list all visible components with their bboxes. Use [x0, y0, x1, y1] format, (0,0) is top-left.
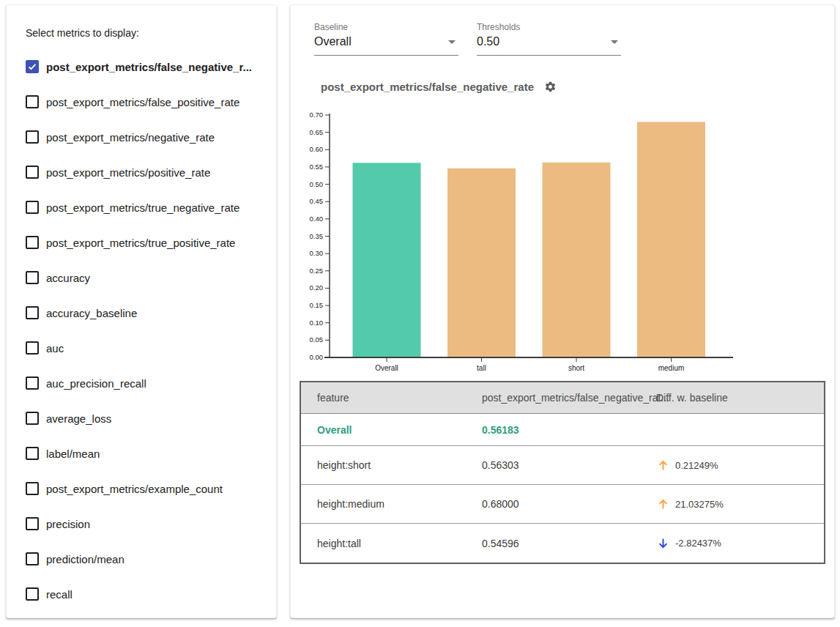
chart-bar-short[interactable] [543, 163, 611, 357]
metric-checkbox-item[interactable]: label/mean [26, 436, 276, 471]
cell-feature: height:short [317, 459, 482, 471]
bar-chart: 0.000.050.100.150.200.250.300.350.400.45… [291, 103, 836, 382]
baseline-value[interactable]: Overall [314, 35, 352, 48]
table-row-overall: Overall0.56183 [301, 414, 824, 446]
chart-bar-medium[interactable] [637, 122, 705, 357]
metric-label: accuracy_baseline [46, 307, 137, 319]
table-row-height-tall: height:tall0.54596-2.82437% [301, 524, 824, 563]
y-tick-label: 0.50 [310, 180, 324, 188]
cell-diff: -2.82437% [656, 536, 824, 550]
thresholds-value[interactable]: 0.50 [477, 35, 499, 48]
chevron-down-icon[interactable] [448, 40, 456, 44]
y-tick-label: 0.60 [310, 145, 324, 153]
metric-list: post_export_metrics/false_negative_r...p… [26, 49, 276, 612]
metric-label: precision [46, 518, 90, 530]
metric-label: post_export_metrics/positive_rate [46, 166, 210, 179]
checkbox-unchecked-icon[interactable] [26, 587, 39, 601]
checkbox-unchecked-icon[interactable] [26, 201, 39, 214]
metric-label: average_loss [46, 412, 111, 425]
metric-checkbox-item[interactable]: post_export_metrics/negative_rate [26, 119, 276, 155]
y-tick-label: 0.10 [310, 319, 324, 327]
cell-metric-value: 0.54596 [482, 538, 656, 549]
x-tick-label: tall [477, 364, 486, 372]
diff-value: 21.03275% [675, 499, 724, 510]
y-tick-label: 0.40 [310, 215, 324, 223]
diff-value: 0.21249% [675, 460, 718, 471]
cell-metric-value: 0.56303 [482, 459, 656, 471]
chevron-down-icon[interactable] [611, 40, 618, 44]
metric-checkbox-item[interactable]: accuracy_baseline [26, 295, 276, 330]
metric-label: accuracy [46, 272, 90, 284]
y-tick-label: 0.05 [310, 335, 324, 344]
metric-selector-panel: Select metrics to display: post_export_m… [6, 4, 277, 618]
checkbox-unchecked-icon[interactable] [26, 517, 39, 530]
checkbox-unchecked-icon[interactable] [26, 447, 39, 460]
metric-label: auc [46, 342, 64, 355]
cell-feature: height:medium [317, 498, 482, 510]
metric-checkbox-item[interactable]: post_export_metrics/example_count [26, 471, 276, 506]
metric-label: post_export_metrics/true_positive_rate [46, 237, 235, 249]
checkbox-checked-icon[interactable] [26, 60, 39, 73]
metric-label: auc_precision_recall [46, 377, 146, 390]
metric-checkbox-item[interactable]: auc [26, 330, 276, 366]
metric-label: post_export_metrics/false_positive_rate [46, 96, 239, 108]
chart-bar-Overall[interactable] [353, 163, 421, 357]
arrow-up-icon [656, 459, 670, 472]
cell-metric-value: 0.56183 [482, 424, 656, 436]
checkbox-unchecked-icon[interactable] [26, 412, 39, 425]
metric-checkbox-item[interactable]: accuracy [26, 260, 276, 295]
y-tick-label: 0.55 [310, 163, 324, 171]
checkbox-unchecked-icon[interactable] [26, 166, 39, 179]
chart-bar-tall[interactable] [447, 168, 516, 357]
metric-checkbox-item[interactable]: average_loss [26, 401, 276, 436]
metric-label: label/mean [46, 448, 100, 460]
gear-icon[interactable] [544, 81, 557, 93]
checkbox-unchecked-icon[interactable] [26, 236, 39, 249]
metrics-display-panel: Baseline Overall Thresholds 0.50 post_ex… [290, 4, 835, 618]
metric-label: post_export_metrics/negative_rate [46, 131, 215, 144]
chart-title: post_export_metrics/false_negative_rate [321, 81, 534, 93]
metrics-table: feature post_export_metrics/false_negati… [300, 381, 825, 564]
metric-selector-title: Select metrics to display: [26, 27, 276, 39]
chart-header: post_export_metrics/false_negative_rate [321, 81, 557, 93]
diff-value: -2.82437% [675, 538, 721, 549]
metric-checkbox-item[interactable]: post_export_metrics/true_positive_rate [26, 225, 276, 260]
metric-checkbox-item[interactable]: precision [26, 506, 276, 541]
table-header-metric: post_export_metrics/false_negative_rat..… [482, 392, 656, 404]
x-tick-label: medium [658, 364, 685, 372]
checkbox-unchecked-icon[interactable] [26, 482, 39, 495]
baseline-label: Baseline [314, 22, 458, 32]
baseline-dropdown[interactable]: Baseline Overall [314, 22, 458, 56]
checkbox-unchecked-icon[interactable] [26, 306, 39, 319]
cell-feature: Overall [317, 424, 482, 436]
metric-checkbox-item[interactable]: post_export_metrics/false_positive_rate [26, 84, 276, 119]
checkbox-unchecked-icon[interactable] [26, 341, 39, 355]
cell-metric-value: 0.68000 [482, 498, 656, 510]
metric-checkbox-item[interactable]: recall [26, 576, 276, 612]
y-tick-label: 0.30 [310, 249, 324, 257]
arrow-down-icon [656, 536, 670, 550]
y-tick-label: 0.70 [310, 111, 324, 119]
x-tick-label: Overall [375, 364, 398, 372]
checkbox-unchecked-icon[interactable] [26, 130, 39, 144]
y-tick-label: 0.20 [310, 283, 324, 292]
metric-label: prediction/mean [46, 553, 124, 565]
table-body: Overall0.56183height:short0.563030.21249… [301, 414, 824, 563]
checkbox-unchecked-icon[interactable] [26, 271, 39, 284]
thresholds-dropdown[interactable]: Thresholds 0.50 [477, 22, 621, 56]
y-tick-label: 0.25 [310, 267, 324, 275]
arrow-up-icon [656, 497, 670, 511]
metric-label: post_export_metrics/true_negative_rate [46, 201, 239, 214]
y-tick-label: 0.45 [310, 197, 324, 205]
checkbox-unchecked-icon[interactable] [26, 552, 39, 565]
table-header-row: feature post_export_metrics/false_negati… [301, 382, 824, 414]
checkbox-unchecked-icon[interactable] [26, 376, 39, 390]
cell-diff: 0.21249% [656, 459, 824, 472]
metric-checkbox-item[interactable]: post_export_metrics/true_negative_rate [26, 190, 276, 225]
thresholds-label: Thresholds [477, 22, 621, 32]
metric-checkbox-item[interactable]: prediction/mean [26, 541, 276, 576]
metric-checkbox-item[interactable]: post_export_metrics/positive_rate [26, 155, 276, 190]
metric-checkbox-item[interactable]: auc_precision_recall [26, 366, 276, 401]
metric-checkbox-item[interactable]: post_export_metrics/false_negative_r... [26, 49, 276, 84]
checkbox-unchecked-icon[interactable] [26, 95, 39, 108]
